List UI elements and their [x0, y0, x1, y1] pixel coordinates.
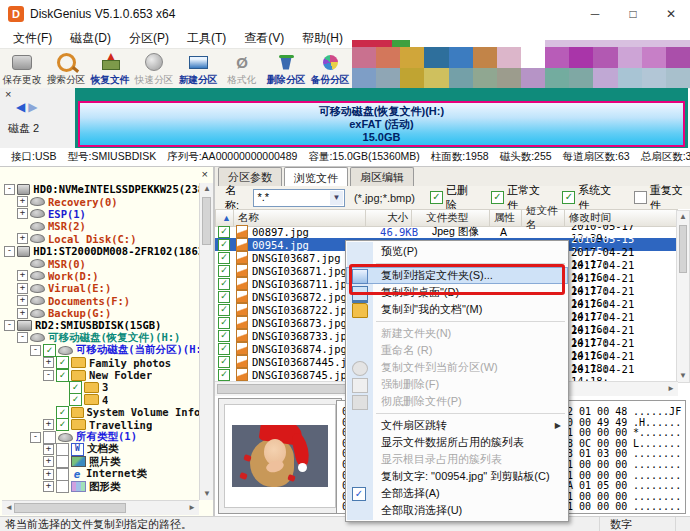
checkbox-checked[interactable]: ✓	[218, 226, 230, 238]
maximize-button[interactable]: □	[614, 0, 652, 28]
scroll-right-icon[interactable]: ►	[188, 504, 196, 512]
checkbox-checked[interactable]: ✓	[562, 191, 575, 204]
checkbox-checked[interactable]: ✓	[218, 278, 230, 290]
collapse-icon[interactable]: -	[4, 320, 15, 331]
tree-item-travelling[interactable]: +✓Travelling	[2, 418, 199, 430]
scrollbar-thumb[interactable]	[679, 225, 687, 273]
expand-icon[interactable]: +	[43, 357, 54, 368]
tree-item-msr2[interactable]: MSR(2)	[2, 220, 199, 232]
column-shortname[interactable]: 短文件名	[522, 210, 565, 226]
recover-files-button[interactable]: ▲ 恢复文件	[88, 49, 132, 89]
close-button[interactable]: ✕	[652, 0, 690, 28]
expand-icon[interactable]: +	[17, 196, 28, 207]
tree-item-work-d[interactable]: +Work(D:)	[2, 270, 199, 282]
checkbox-checked[interactable]: ✓	[56, 418, 69, 431]
collapse-icon[interactable]: -	[43, 370, 54, 381]
tree-item-rd2[interactable]: -RD2:SMIUSBDISK(15GB)	[2, 319, 199, 331]
filter-deleted[interactable]: ✓已删除	[430, 183, 476, 213]
checkbox-checked[interactable]: ✓	[218, 369, 230, 381]
expand-icon[interactable]: +	[43, 419, 54, 430]
menu-item-deselect-all[interactable]: 全部取消选择(U)	[346, 502, 568, 519]
checkbox-checked[interactable]: ✓	[491, 191, 504, 204]
collapse-icon[interactable]: -	[30, 432, 41, 443]
sort-ascending-icon[interactable]: ▲	[216, 210, 234, 226]
checkbox-checked[interactable]: ✓	[430, 191, 443, 204]
menu-partition[interactable]: 分区(P)	[120, 30, 178, 47]
scroll-up-icon[interactable]: ▲	[679, 213, 687, 221]
column-name[interactable]: 名称	[234, 210, 366, 226]
checkbox-checked[interactable]: ✓	[69, 381, 82, 394]
scrollbar-thumb[interactable]	[202, 197, 211, 245]
expand-icon[interactable]: +	[17, 308, 28, 319]
partition-block[interactable]: 可移动磁盘(恢复文件)(H:) exFAT (活动) 15.0GB	[78, 101, 685, 147]
column-size[interactable]: 大小	[366, 210, 412, 226]
expand-icon[interactable]: +	[43, 469, 54, 480]
checkbox-unchecked[interactable]	[634, 191, 647, 204]
chevron-down-icon[interactable]: ▼	[330, 191, 343, 205]
tree-item-backup-g[interactable]: +Backup(G:)	[2, 307, 199, 319]
expand-icon[interactable]: +	[43, 444, 54, 455]
expand-icon[interactable]: +	[17, 208, 28, 219]
collapse-icon[interactable]: -	[4, 246, 15, 257]
menu-item-copy-to-folder[interactable]: 复制到指定文件夹(S)...	[346, 267, 568, 284]
tree-item-new-folder[interactable]: -✓New Folder	[2, 369, 199, 381]
expand-icon[interactable]: +	[17, 270, 28, 281]
tree-item-all-types[interactable]: -所有类型(1)	[2, 431, 199, 443]
tree-item-recovery[interactable]: +Recovery(0)	[2, 195, 199, 207]
new-partition-button[interactable]: 新建分区	[176, 49, 220, 89]
checkbox-unchecked[interactable]	[56, 480, 69, 493]
tree-item-system-volume[interactable]: ✓System Volume Informat	[2, 406, 199, 418]
tree-item-esp[interactable]: +ESP(1)	[2, 208, 199, 220]
tree-item-folder-4[interactable]: ✓4	[2, 394, 199, 406]
tab-sector-edit[interactable]: 扇区编辑	[350, 167, 414, 187]
checkbox-checked[interactable]: ✓	[218, 356, 230, 368]
checkbox-unchecked[interactable]	[56, 468, 69, 481]
tab-browse-files[interactable]: 浏览文件	[284, 167, 348, 188]
column-modified[interactable]: 修改时间	[565, 210, 677, 226]
resize-grip[interactable]	[675, 517, 690, 531]
scroll-right-icon[interactable]: ►	[667, 385, 675, 393]
panel-close-icon[interactable]: ×	[5, 88, 11, 100]
filter-duplicate[interactable]: 重复文件	[634, 183, 690, 213]
expand-icon[interactable]: +	[17, 295, 28, 306]
checkbox-checked[interactable]: ✓	[69, 393, 82, 406]
menu-disk[interactable]: 磁盘(D)	[61, 30, 120, 47]
filter-system[interactable]: ✓系统文件	[562, 183, 618, 213]
tree-item-hd0[interactable]: -HD0:NVMeINTELSSDPEKKW25(238GB)	[2, 183, 199, 195]
expand-icon[interactable]: +	[43, 456, 54, 467]
close-icon[interactable]: ×	[202, 168, 208, 180]
tree-vertical-scrollbar[interactable]: ▲ ▼	[199, 183, 213, 500]
tree-item-documents-type[interactable]: +文档类	[2, 443, 199, 455]
checkbox-checked[interactable]: ✓	[218, 291, 230, 303]
checkbox-checked[interactable]: ✓	[218, 304, 230, 316]
tree-item-hd1[interactable]: -HD1:ST2000DM008-2FR102(1863GB)	[2, 245, 199, 257]
checkbox-checked[interactable]: ✓	[218, 252, 230, 264]
collapse-icon[interactable]: -	[30, 345, 41, 356]
menu-item-select-all[interactable]: ✓全部选择(A)	[346, 485, 568, 502]
scroll-down-icon[interactable]: ▼	[203, 490, 211, 498]
column-type[interactable]: 文件类型	[412, 210, 490, 226]
menu-help[interactable]: 帮助(H)	[293, 30, 352, 47]
scrollbar-thumb[interactable]	[14, 503, 126, 513]
file-list-vertical-scrollbar[interactable]: ▲ ▼	[676, 210, 690, 383]
collapse-icon[interactable]: -	[17, 332, 28, 343]
tree-item-photos-type[interactable]: +照片类	[2, 456, 199, 468]
menu-item-copy-text-to-clipboard[interactable]: 复制文字: "00954.jpg" 到剪贴板(C)	[346, 468, 568, 485]
checkbox-checked[interactable]: ✓	[218, 330, 230, 342]
tree-item-msr0[interactable]: MSR(0)	[2, 257, 199, 269]
tree-item-graphics-type[interactable]: +图形类	[2, 480, 199, 492]
checkbox-checked[interactable]: ✓	[218, 239, 230, 251]
checkbox-checked[interactable]: ✓	[218, 265, 230, 277]
scroll-up-icon[interactable]: ▲	[203, 185, 211, 193]
menu-file[interactable]: 文件(F)	[4, 30, 61, 47]
tree-item-removable-current[interactable]: -✓可移动磁盘(当前分区)(H:	[2, 344, 199, 356]
checkbox-checked[interactable]: ✓	[56, 369, 69, 382]
backup-partition-button[interactable]: 备份分区	[308, 49, 352, 89]
menu-view[interactable]: 查看(V)	[235, 30, 293, 47]
checkbox-unchecked[interactable]	[56, 455, 69, 468]
tree-item-documents-f[interactable]: +Documents(F:)	[2, 295, 199, 307]
tree-item-folder-3[interactable]: ✓3	[2, 381, 199, 393]
checkbox-checked[interactable]: ✓	[56, 406, 69, 419]
delete-partition-button[interactable]: 删除分区	[264, 49, 308, 89]
minimize-button[interactable]: ─	[576, 0, 614, 28]
